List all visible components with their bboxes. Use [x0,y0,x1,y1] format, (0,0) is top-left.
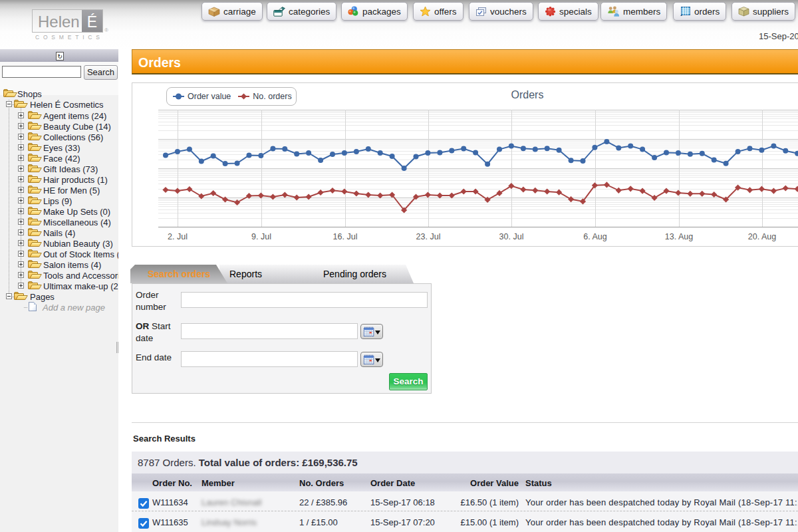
svg-text:13. Aug: 13. Aug [665,232,693,241]
svg-text:9. Jul: 9. Jul [251,232,271,241]
svg-text:2. Jul: 2. Jul [168,232,188,241]
svg-text:30. Jul: 30. Jul [499,232,524,241]
svg-text:16. Jul: 16. Jul [333,232,358,241]
svg-text:20. Aug: 20. Aug [748,232,776,241]
svg-text:23. Jul: 23. Jul [416,232,441,241]
svg-text:6. Aug: 6. Aug [583,232,606,241]
